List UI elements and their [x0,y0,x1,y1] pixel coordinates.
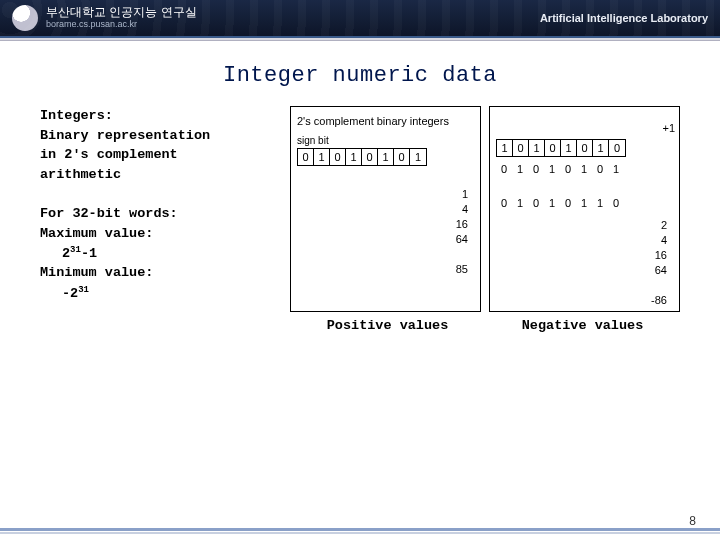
text-column: Integers: Binary representation in 2's c… [40,106,280,312]
footer-bar [0,528,720,534]
bit-cell: 1 [561,140,577,156]
bit-cell: 1 [512,195,528,211]
bit-cell: 1 [410,149,426,165]
bit-cell: 0 [298,149,314,165]
bit-cell: 0 [528,195,544,211]
bit-cell: 1 [608,161,624,177]
neg-val-sum: -86 [651,294,667,309]
pos-val-4: 4 [456,203,468,218]
neg-arrow-zone: 2 4 16 64 -86 [496,215,673,305]
bit-cell: 1 [314,149,330,165]
wordsize-block: For 32-bit words: Maximum value: 231-1 M… [40,204,280,303]
max-base: 2 [62,246,70,261]
integers-heading: Integers: [40,108,113,123]
bit-cell: 1 [544,161,560,177]
university-url: borame.cs.pusan.ac.kr [46,20,197,30]
bit-cell: 1 [544,195,560,211]
neg-val-4: 4 [651,234,667,249]
diagram-pos-title: 2's complement binary integers [297,115,474,127]
pos-val-1: 1 [456,188,468,203]
bit-cell: 1 [512,161,528,177]
bit-cell: 1 [346,149,362,165]
bit-cell: 1 [576,161,592,177]
max-exp: 31 [70,244,81,254]
for-32-bit: For 32-bit words: [40,206,178,221]
bit-cell: 0 [560,161,576,177]
sign-bit-label: sign bit [297,135,474,146]
bit-cell: 0 [560,195,576,211]
pos-arrow-zone: 1 4 16 64 85 [297,170,474,280]
pos-values: 1 4 16 64 85 [456,188,468,278]
plus-one: +1 [662,122,675,134]
bit-cell: 0 [528,161,544,177]
bit-cell: 1 [592,195,608,211]
pos-val-blank [456,248,468,263]
neg-val-64: 64 [651,264,667,279]
neg-val-16: 16 [651,249,667,264]
integers-line1: Binary representation [40,128,210,143]
bit-cell: 0 [545,140,561,156]
bit-cell: 0 [609,140,625,156]
neg-bit-row1: 1 0 1 0 1 0 1 0 [496,139,626,157]
bit-cell: 0 [496,195,512,211]
bit-cell: 0 [496,161,512,177]
bit-cell: 0 [513,140,529,156]
diagrams-area: 2's complement binary integers sign bit … [290,106,680,312]
bit-cell: 0 [592,161,608,177]
bit-cell: 1 [497,140,513,156]
header-left: 부산대학교 인공지능 연구실 borame.cs.pusan.ac.kr [12,5,197,31]
footer-line-2 [0,532,720,534]
university-logo-icon [12,5,38,31]
bit-cell: 0 [608,195,624,211]
header-divider [0,38,720,41]
max-suffix: -1 [81,246,97,261]
neg-values: 2 4 16 64 -86 [651,219,667,309]
max-label: Maximum value: [40,226,153,241]
max-value: 231-1 [40,243,280,263]
university-name-kr: 부산대학교 인공지능 연구실 [46,6,197,19]
neg-val-blank [651,279,667,294]
content-area: Integers: Binary representation in 2's c… [0,106,720,312]
caption-negative: Negative values [485,318,680,333]
pos-val-sum: 85 [456,263,468,278]
pos-val-16: 16 [456,218,468,233]
footer-line-1 [0,528,720,531]
header-bar: 부산대학교 인공지능 연구실 borame.cs.pusan.ac.kr Art… [0,0,720,38]
neg-bit-row3: 0 1 0 1 0 1 1 0 [496,195,624,211]
university-name: 부산대학교 인공지능 연구실 borame.cs.pusan.ac.kr [46,6,197,29]
diagram-positive: 2's complement binary integers sign bit … [290,106,481,312]
min-value: -231 [40,283,280,303]
integers-line2: in 2's complement [40,147,178,162]
integers-line3: arithmetic [40,167,121,182]
neg-val-2: 2 [651,219,667,234]
pos-val-64: 64 [456,233,468,248]
page-number: 8 [689,514,696,528]
lab-name: Artificial Intelligence Laboratory [540,12,708,24]
bit-cell: 1 [378,149,394,165]
bit-cell: 0 [362,149,378,165]
integers-block: Integers: Binary representation in 2's c… [40,106,280,184]
bit-cell: 0 [330,149,346,165]
min-label: Minimum value: [40,265,153,280]
diagram-negative: 1 0 1 0 1 0 1 0 0 1 0 1 0 1 0 1 +1 [489,106,680,312]
min-exp: 31 [78,284,89,294]
neg-bit-row2: 0 1 0 1 0 1 0 1 [496,161,624,177]
pos-bit-row: 0 1 0 1 0 1 0 1 [297,148,427,166]
caption-positive: Positive values [290,318,485,333]
diagram-captions: Positive values Negative values [0,312,720,333]
bit-cell: 1 [576,195,592,211]
min-prefix: -2 [62,286,78,301]
slide-title: Integer numeric data [0,63,720,88]
bit-cell: 0 [577,140,593,156]
bit-cell: 1 [593,140,609,156]
bit-cell: 1 [529,140,545,156]
bit-cell: 0 [394,149,410,165]
